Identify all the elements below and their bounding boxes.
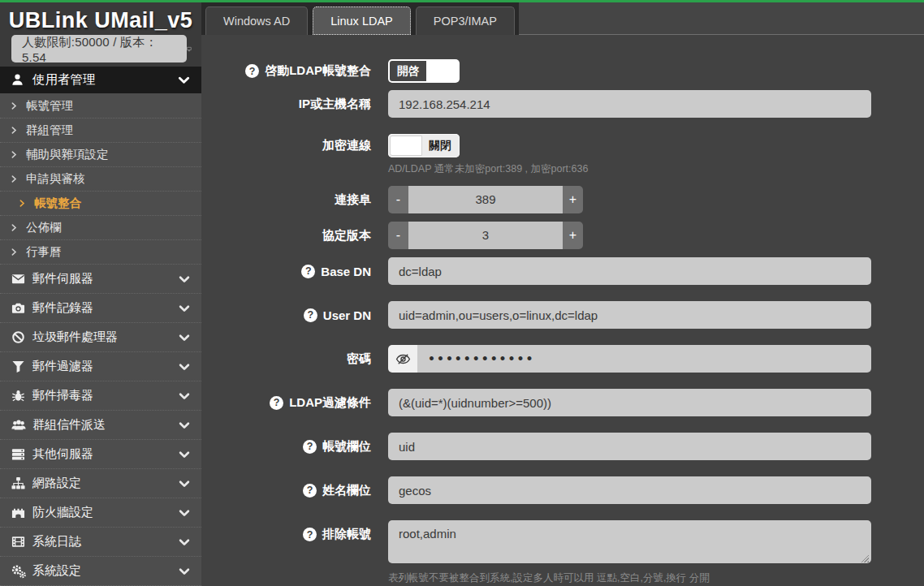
account-field-input[interactable] [388, 433, 871, 460]
field-label: 密碼 [347, 351, 371, 367]
field-label: User DN [323, 308, 371, 322]
help-icon[interactable]: ? [301, 265, 315, 278]
host-input[interactable] [388, 90, 871, 118]
chevron-down-icon [177, 73, 191, 87]
bug-icon [11, 389, 25, 403]
sidebar-item-label: 郵件掃毒器 [32, 388, 93, 403]
base-dn-input[interactable] [388, 257, 871, 285]
sidebar-item-label: 行事曆 [26, 244, 62, 260]
version-decrement-button[interactable]: - [388, 222, 408, 249]
ldap-filter-input[interactable] [388, 389, 871, 416]
port-value[interactable]: 389 [408, 186, 563, 213]
chevron-down-icon [178, 273, 191, 286]
sidebar-submenu: 帳號管理 群組管理 輔助與雜項設定 申請與審核 帳號整合 公佈欄 行事曆 [0, 93, 201, 264]
sidebar-item-label: 輔助與雜項設定 [26, 147, 109, 162]
sidebar-item-label: 系統設定 [32, 563, 81, 579]
chevron-down-icon [178, 360, 191, 373]
tab-linux-ldap[interactable]: Linux LDAP [313, 6, 411, 35]
user-icon [11, 73, 24, 87]
chevron-down-icon [178, 302, 191, 315]
help-icon[interactable]: ? [304, 308, 317, 322]
password-field-group [388, 345, 871, 373]
tab-windows-ad[interactable]: Windows AD [205, 6, 308, 35]
help-icon[interactable]: ? [303, 484, 317, 498]
top-accent-bar [0, 0, 924, 2]
sidebar-item-label: 帳號整合 [34, 196, 81, 211]
tab-bar: Windows AD Linux LDAP POP3/IMAP [201, 2, 924, 35]
port-increment-button[interactable]: + [563, 186, 583, 213]
chevron-down-icon [178, 477, 191, 490]
help-icon[interactable]: ? [303, 528, 317, 541]
eye-slash-icon [395, 351, 411, 367]
sidebar-item-label: 公佈欄 [26, 220, 62, 235]
sitemap-icon [11, 476, 25, 490]
user-dn-input[interactable] [388, 301, 871, 329]
sidebar-item-mail-antivirus[interactable]: 郵件掃毒器 [0, 381, 201, 410]
chevron-down-icon [178, 331, 191, 344]
sidebar-item-mail-recorder[interactable]: 郵件記錄器 [0, 293, 201, 322]
help-icon[interactable]: ? [270, 396, 283, 410]
sidebar-item-group-management[interactable]: 群組管理 [0, 118, 201, 142]
version-increment-button[interactable]: + [563, 222, 583, 249]
field-label: 加密連線 [322, 138, 371, 153]
chevron-right-icon [10, 126, 19, 135]
field-label: 帳號欄位 [322, 439, 371, 455]
sidebar-item-firewall-settings[interactable]: 防火牆設定 [0, 498, 201, 527]
fort-icon [11, 506, 25, 519]
toggle-off-label: 關閉 [422, 136, 458, 156]
field-label: 啓動LDAP帳號整合 [265, 63, 371, 79]
sidebar-item-label: 系統日誌 [32, 534, 81, 549]
field-label: 排除帳號 [322, 527, 371, 542]
camera-icon [11, 301, 25, 315]
tab-pop3-imap[interactable]: POP3/IMAP [416, 6, 515, 35]
sidebar-item-mail-filter[interactable]: 郵件過濾器 [0, 351, 201, 381]
field-label: 連接阜 [335, 192, 371, 208]
ban-icon [11, 330, 25, 344]
users-icon [11, 418, 26, 433]
encrypt-toggle[interactable]: 關閉 [388, 134, 460, 157]
sidebar-item-apply-review[interactable]: 申請與審核 [0, 166, 201, 191]
sidebar-item-label: 申請與審核 [26, 171, 85, 187]
encrypt-hint: AD/LDAP 通常未加密port:389 , 加密port:636 [388, 162, 871, 176]
sidebar-item-mail-server[interactable]: 郵件伺服器 [0, 264, 201, 293]
chevron-right-icon [10, 101, 19, 110]
port-stepper: - 389 + [388, 186, 583, 213]
monitor-icon [187, 42, 192, 56]
sidebar: UBLink UMail_v5 人數限制:50000 / 版本：5.54 使用者… [0, 0, 201, 586]
main-area: Windows AD Linux LDAP POP3/IMAP ? 啓動LDAP… [201, 2, 924, 586]
sidebar-item-calendar[interactable]: 行事曆 [0, 239, 201, 264]
sidebar-item-label: 群組管理 [26, 123, 73, 138]
exclude-accounts-textarea[interactable]: root,admin [388, 520, 871, 563]
protocol-version-value[interactable]: 3 [408, 222, 563, 249]
port-decrement-button[interactable]: - [388, 186, 408, 213]
field-label: IP或主機名稱 [299, 97, 371, 112]
enable-ldap-toggle[interactable]: 開啓 [388, 59, 460, 83]
field-label: LDAP過濾條件 [289, 395, 371, 411]
toggle-knob [426, 61, 458, 81]
filter-icon [11, 360, 25, 373]
sidebar-item-bulletin-board[interactable]: 公佈欄 [0, 215, 201, 239]
sidebar-item-label: 帳號管理 [26, 98, 73, 114]
help-icon[interactable]: ? [245, 64, 259, 78]
sidebar-item-spam-processor[interactable]: 垃圾郵件處理器 [0, 322, 201, 351]
sidebar-item-misc-settings[interactable]: 輔助與雜項設定 [0, 142, 201, 166]
toggle-password-visibility-button[interactable] [388, 345, 417, 373]
name-field-input[interactable] [388, 476, 871, 504]
chevron-down-icon [178, 390, 191, 403]
license-info: 人數限制:50000 / 版本：5.54 [11, 35, 187, 62]
sidebar-item-system-settings[interactable]: 系統設定 [0, 556, 201, 585]
sidebar-item-account-integration[interactable]: 帳號整合 [0, 191, 201, 215]
chevron-right-icon [10, 223, 19, 232]
sidebar-item-system-log[interactable]: 系統日誌 [0, 527, 201, 556]
help-icon[interactable]: ? [303, 440, 317, 454]
password-input[interactable] [417, 345, 871, 373]
app-logo: UBLink UMail_v5 [0, 7, 201, 33]
toggle-knob [390, 136, 422, 156]
sidebar-item-account-management[interactable]: 帳號管理 [0, 93, 201, 118]
sidebar-item-label: 其他伺服器 [32, 446, 93, 462]
sidebar-item-label: 郵件記錄器 [32, 300, 93, 316]
sidebar-item-network-settings[interactable]: 網路設定 [0, 468, 201, 498]
sidebar-item-other-servers[interactable]: 其他伺服器 [0, 439, 201, 468]
sidebar-item-group-mail-delivery[interactable]: 群組信件派送 [0, 410, 201, 439]
sidebar-section-user-management[interactable]: 使用者管理 [0, 67, 201, 93]
